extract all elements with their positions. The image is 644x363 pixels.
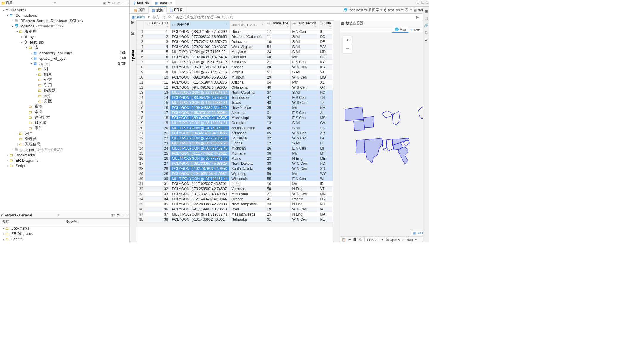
cell-sub-region[interactable]: W S Cen — [290, 85, 318, 90]
filter-input[interactable] — [151, 14, 414, 20]
cell-abbr[interactable]: IA — [318, 207, 333, 212]
cell-state-name[interactable]: Wisconsin — [230, 176, 265, 182]
cell-state-name[interactable]: Kentucky — [230, 60, 265, 65]
cell-sub-region[interactable]: N Eng — [290, 202, 318, 207]
cell-shape[interactable]: POLYGON ((-94.439102 34.92905 — [170, 85, 230, 90]
cell-abbr[interactable]: DC — [318, 34, 333, 39]
cell-abbr[interactable]: NH — [318, 202, 333, 207]
cell-state-name[interactable]: West Virginia — [230, 44, 265, 50]
table-row[interactable]: 1919MULTIPOLYGON (((-85.130234 31Georgia… — [137, 121, 333, 126]
cell-shape[interactable]: POLYGON ((-89.104965 36.95386 — [170, 75, 230, 80]
tree-spatial-ref[interactable]: ›▦spatial_ref_sys16K — [0, 56, 129, 61]
cell-shape[interactable]: MULTIPOLYGON (((-105.99836 31 — [170, 100, 230, 105]
cell-state-name[interactable]: North Carolina — [230, 90, 265, 95]
cell-sub-region[interactable]: W S Cen — [290, 136, 318, 141]
cell-fips[interactable]: 23 — [265, 156, 290, 161]
row-num[interactable]: 34 — [137, 197, 145, 202]
cell-sub-region[interactable]: S Atl — [290, 141, 318, 146]
row-num[interactable]: 27 — [137, 161, 145, 166]
tab-states[interactable]: ▦states× — [152, 0, 175, 6]
cell-sub-region[interactable]: E S Cen — [290, 95, 318, 100]
cell-abbr[interactable]: AL — [318, 110, 333, 116]
cell-abbr[interactable]: AR — [318, 131, 333, 136]
row-num[interactable]: 26 — [137, 156, 145, 161]
cell-state-name[interactable]: Texas — [230, 100, 265, 105]
cell-fips[interactable]: 27 — [265, 192, 290, 197]
row-num[interactable]: 7 — [137, 60, 145, 65]
cell-state-name[interactable]: Wyoming — [230, 171, 265, 176]
row-num[interactable]: 33 — [137, 192, 145, 197]
row-num[interactable]: 30 — [137, 176, 145, 182]
cell-fips[interactable]: 30 — [265, 151, 290, 156]
row-num[interactable]: 21 — [137, 131, 145, 136]
cell-fid[interactable]: 4 — [145, 44, 170, 50]
cell-state-name[interactable]: Nebraska — [230, 217, 265, 222]
data-table-wrap[interactable]: 123OGR_FID ▾123SHAPE ▾ABCstate_name ▾ABC… — [136, 20, 333, 242]
cell-fips[interactable]: 46 — [265, 166, 290, 171]
tree-sysinfo[interactable]: ›🗀系统信息 — [0, 141, 129, 147]
table-row[interactable]: 3838POLYGON ((-101.406952 40.001Nebraska… — [137, 217, 333, 222]
cell-sub-region[interactable]: S Atl — [290, 34, 318, 39]
cell-fips[interactable]: 55 — [265, 176, 290, 182]
cell-shape[interactable]: MULTIPOLYGON (((-71.319832 41 — [170, 212, 230, 217]
table-row[interactable]: 1818POLYGON ((-88.450783 31.43545Mississ… — [137, 116, 333, 121]
col-OGR_FID[interactable]: 123OGR_FID ▾ — [145, 21, 170, 29]
epsg-dropdown-icon[interactable]: ▾ — [381, 238, 383, 242]
cell-fid[interactable]: 36 — [145, 207, 170, 212]
cell-fid[interactable]: 12 — [145, 85, 170, 90]
cell-shape[interactable]: MULTIPOLYGON (((-88.497459 48 — [170, 146, 230, 151]
tree-procedures[interactable]: 🗀存储过程 — [0, 115, 129, 120]
cell-abbr[interactable]: OR — [318, 197, 333, 202]
cell-state-name[interactable]: Maryland — [230, 50, 265, 55]
cell-abbr[interactable]: MN — [318, 192, 333, 197]
table-row[interactable]: 11POLYGON ((-88.071564 37.51099Illinois1… — [137, 29, 333, 34]
row-num[interactable]: 2 — [137, 34, 145, 39]
copy-icon[interactable]: 📋 — [342, 238, 346, 242]
cell-fid[interactable]: 27 — [145, 161, 170, 166]
row-num[interactable]: 38 — [137, 217, 145, 222]
cell-fid[interactable]: 38 — [145, 217, 170, 222]
cell-shape[interactable]: POLYGON ((-104.053108 41.6982 — [170, 171, 230, 176]
cell-state-name[interactable]: South Carolina — [230, 126, 265, 131]
cell-abbr[interactable]: NC — [318, 90, 333, 95]
cell-shape[interactable]: POLYGON ((-94.461479 34.19665 — [170, 131, 230, 136]
cell-state-name[interactable]: Virginia — [230, 70, 265, 75]
cell-fips[interactable]: 24 — [265, 50, 290, 55]
rt-panels-icon[interactable]: ◫ — [425, 16, 428, 20]
tb-link-icon[interactable]: ⇆ — [108, 1, 110, 5]
tree-bookmarks[interactable]: ›🗀Bookmarks — [0, 152, 129, 158]
cell-fid[interactable]: 3 — [145, 39, 170, 44]
cell-fips[interactable]: 22 — [265, 136, 290, 141]
tree-sample-db[interactable]: ›🐘DBeaver Sample Database (SQLite) — [0, 18, 129, 23]
row-num[interactable]: 1 — [137, 29, 145, 34]
cell-fid[interactable]: 14 — [145, 95, 170, 100]
cell-fips[interactable]: 47 — [265, 95, 290, 100]
cell-shape[interactable]: POLYGON ((-109.048882 32.4419 — [170, 105, 230, 110]
viewer-tab-text[interactable]: TText — [408, 27, 422, 33]
close-icon[interactable]: × — [57, 213, 59, 217]
cell-state-name[interactable]: Arkansas — [230, 131, 265, 136]
tree-events[interactable]: 🗀事件 — [0, 125, 129, 131]
tree-db-indexes[interactable]: 🗀索引 — [0, 109, 129, 115]
table-row[interactable]: 3434POLYGON ((-121.440407 41.9944Oregon4… — [137, 197, 333, 202]
tree-columns[interactable]: ›🗀列 — [0, 66, 129, 72]
cell-shape[interactable]: POLYGON ((-83.954704 35.45546 — [170, 95, 230, 100]
cell-fid[interactable]: 23 — [145, 141, 170, 146]
tb-max-icon[interactable]: □ — [126, 1, 128, 5]
cell-sub-region[interactable]: N Eng — [290, 187, 318, 192]
cell-fips[interactable]: 28 — [265, 116, 290, 121]
cell-abbr[interactable]: MI — [318, 146, 333, 151]
win-max-icon[interactable]: □ — [426, 1, 428, 4]
bc-localhost[interactable]: 🐬 localhost — [343, 8, 363, 12]
cell-state-name[interactable]: South Dakota — [230, 166, 265, 171]
map-canvas[interactable]: + − — [340, 33, 429, 236]
table-row[interactable]: 3333POLYGON ((-91.730217 43.49960Minneso… — [137, 192, 333, 197]
viewer-tab-map[interactable]: 🌐Map — [392, 27, 408, 33]
max-icon[interactable]: □ — [126, 213, 128, 217]
cell-fid[interactable]: 29 — [145, 171, 170, 176]
close-icon[interactable]: × — [170, 1, 172, 5]
tb-min-icon[interactable]: ▭ — [121, 1, 124, 5]
cell-abbr[interactable]: ID — [318, 182, 333, 187]
cell-sub-region[interactable]: W N Cen — [290, 75, 318, 80]
cell-sub-region[interactable]: W N Cen — [290, 161, 318, 166]
